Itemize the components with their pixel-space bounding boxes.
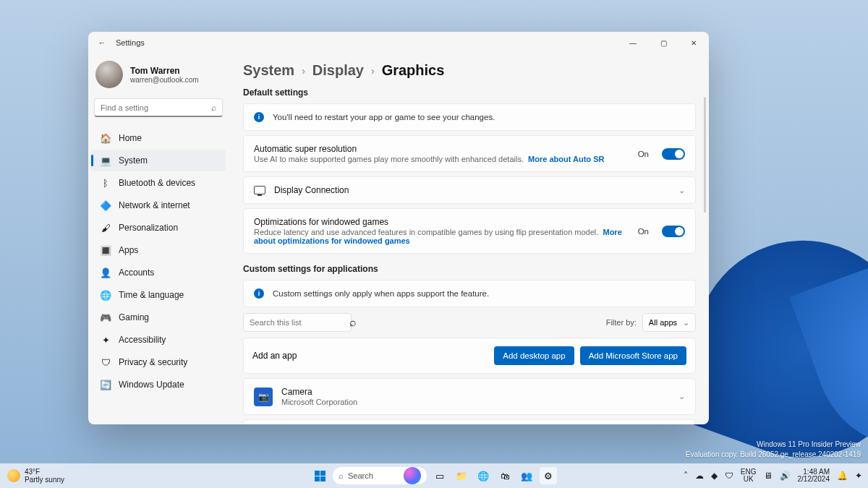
onedrive-icon[interactable]: ☁ [695, 471, 704, 481]
start-button[interactable] [311, 467, 328, 484]
language-indicator[interactable]: ENGUK [741, 468, 757, 483]
filter-row: ⌕ Filter by: All apps ⌄ [243, 313, 696, 332]
nav-icon: ᛒ [100, 178, 111, 189]
custom-notice-text: Custom settings only apply when apps sup… [273, 289, 489, 298]
notifications-icon[interactable]: 🔔 [837, 471, 848, 481]
scrollbar[interactable] [704, 97, 706, 213]
display-connection-label: Display Connection [274, 185, 670, 195]
nav-icon: 🏠 [100, 133, 111, 144]
list-search-input[interactable] [250, 318, 349, 327]
tray-app-icon[interactable]: ◆ [711, 471, 718, 481]
nav-label: Accessibility [119, 335, 166, 345]
weather-desc: Partly sunny [25, 476, 64, 484]
tray-chevron-icon[interactable]: ˄ [684, 471, 688, 481]
list-search[interactable]: ⌕ [243, 313, 352, 332]
nav-label: Network & internet [119, 200, 190, 210]
weather-icon [7, 469, 20, 482]
sidebar: Tom Warren warren@outlook.com ⌕ 🏠Home💻Sy… [88, 53, 233, 424]
nav-label: Windows Update [119, 380, 184, 390]
weather-temp: 43°F [25, 468, 64, 476]
add-store-app-button[interactable]: Add Microsoft Store app [580, 346, 686, 365]
filter-dropdown[interactable]: All apps ⌄ [642, 313, 696, 332]
auto-sr-sub: Use AI to make supported games play more… [254, 155, 524, 163]
app-row[interactable]: 📷CameraMicrosoft Corporation⌄ [243, 378, 696, 415]
back-button[interactable]: ← [97, 38, 107, 47]
sidebar-item-time-language[interactable]: 🌐Time & language [91, 284, 226, 306]
sidebar-item-bluetooth-devices[interactable]: ᛒBluetooth & devices [91, 172, 226, 194]
search-icon: ⌕ [339, 471, 344, 480]
auto-sr-toggle[interactable] [662, 148, 685, 160]
minimize-button[interactable]: — [618, 32, 648, 53]
chevron-right-icon: › [302, 65, 305, 77]
network-icon[interactable]: 🖥 [764, 471, 773, 481]
nav-icon: 🔷 [100, 200, 111, 211]
sidebar-item-home[interactable]: 🏠Home [91, 127, 226, 149]
app-row[interactable]: 🛍Microsoft StoreMicrosoft Corporation⌄ [243, 419, 696, 424]
display-connection-card[interactable]: Display Connection ⌄ [243, 176, 696, 204]
sidebar-item-gaming[interactable]: 🎮Gaming [91, 307, 226, 328]
sidebar-item-windows-update[interactable]: 🔄Windows Update [91, 374, 226, 395]
nav-label: Personalization [119, 223, 178, 233]
sidebar-item-accessibility[interactable]: ✦Accessibility [91, 329, 226, 351]
nav-label: Privacy & security [119, 357, 187, 367]
restart-notice-text: You'll need to restart your app or game … [273, 113, 495, 121]
copilot-tray-icon[interactable]: ✦ [855, 471, 862, 481]
search-icon: ⌕ [349, 316, 357, 329]
taskbar: 43°F Partly sunny ⌕ Search ▭ 📁 🌐 🛍 👥 ⚙ ˄… [0, 463, 868, 488]
teams-icon[interactable]: 👥 [518, 467, 535, 484]
watermark: Windows 11 Pro Insider Preview Evaluatio… [686, 440, 861, 459]
task-view-icon[interactable]: ▭ [431, 467, 448, 484]
sidebar-search[interactable]: ⌕ [94, 98, 223, 117]
crumb-display[interactable]: Display [312, 62, 364, 79]
chevron-down-icon: ⌄ [678, 392, 685, 401]
app-name: Camera [281, 387, 670, 397]
profile-name: Tom Warren [130, 66, 199, 76]
sidebar-item-system[interactable]: 💻System [91, 150, 226, 171]
security-icon[interactable]: 🛡 [725, 471, 733, 481]
close-button[interactable]: ✕ [678, 32, 709, 53]
filter-value: All apps [649, 318, 677, 327]
maximize-button[interactable]: ▢ [648, 32, 678, 53]
windowed-opt-card: Optimizations for windowed games Reduce … [243, 208, 696, 254]
info-icon: i [254, 288, 264, 299]
profile-email: warren@outlook.com [130, 76, 199, 84]
profile-block[interactable]: Tom Warren warren@outlook.com [88, 53, 229, 98]
sidebar-item-privacy-security[interactable]: 🛡Privacy & security [91, 351, 226, 373]
app-publisher: Microsoft Corporation [281, 398, 670, 406]
clock[interactable]: 1:48 AM2/12/2024 [798, 468, 830, 484]
add-desktop-app-button[interactable]: Add desktop app [494, 346, 574, 365]
crumb-system[interactable]: System [243, 62, 294, 79]
taskbar-search[interactable]: ⌕ Search [333, 467, 427, 484]
settings-taskbar-icon[interactable]: ⚙ [540, 467, 557, 484]
volume-icon[interactable]: 🔊 [780, 471, 791, 481]
sidebar-item-personalization[interactable]: 🖌Personalization [91, 217, 226, 239]
app-title: Settings [116, 38, 145, 47]
nav-icon: 👤 [100, 267, 111, 278]
sidebar-item-accounts[interactable]: 👤Accounts [91, 262, 226, 283]
weather-widget[interactable]: 43°F Partly sunny [0, 468, 72, 484]
nav-label: Bluetooth & devices [119, 178, 195, 188]
explorer-icon[interactable]: 📁 [453, 467, 470, 484]
section-default-title: Default settings [243, 87, 696, 98]
search-icon: ⌕ [211, 103, 216, 113]
breadcrumb: System › Display › Graphics [243, 62, 696, 79]
copilot-icon [404, 467, 421, 484]
nav-label: System [119, 155, 148, 166]
windowed-state: On [638, 227, 649, 236]
display-icon [254, 186, 265, 194]
auto-sr-link[interactable]: More about Auto SR [528, 155, 604, 163]
nav-icon: 🎮 [100, 312, 111, 323]
auto-sr-card: Automatic super resolution Use AI to mak… [243, 135, 696, 172]
edge-icon[interactable]: 🌐 [475, 467, 492, 484]
sidebar-item-apps[interactable]: 🔳Apps [91, 239, 226, 261]
windowed-title: Optimizations for windowed games [254, 217, 629, 227]
windowed-sub: Reduce latency and use advanced features… [254, 228, 598, 236]
restart-notice-card: i You'll need to restart your app or gam… [243, 103, 696, 131]
nav-icon: 🔳 [100, 245, 111, 256]
store-icon[interactable]: 🛍 [496, 467, 514, 484]
sidebar-search-input[interactable] [101, 103, 211, 112]
windowed-toggle[interactable] [662, 226, 685, 237]
sidebar-item-network-internet[interactable]: 🔷Network & internet [91, 194, 226, 216]
add-app-label: Add an app [252, 351, 297, 361]
auto-sr-state: On [638, 150, 649, 158]
